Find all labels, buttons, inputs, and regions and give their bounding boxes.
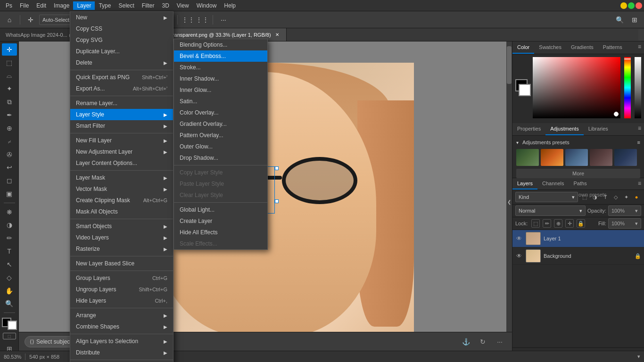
menu-layer-export-as[interactable]: Export As... Alt+Shift+Ctrl+' <box>70 83 173 94</box>
menu-3d[interactable]: 3D <box>158 1 173 10</box>
submenu-inner-shadow[interactable]: Inner Shadow... <box>174 73 267 84</box>
background-color[interactable] <box>8 321 17 330</box>
tool-pen[interactable]: ✏ <box>2 232 17 244</box>
submenu-drop-shadow[interactable]: Drop Shadow... <box>174 152 267 164</box>
adj-preset-5[interactable] <box>614 149 637 166</box>
menu-ungroup-layers[interactable]: Ungroup Layers Shift+Ctrl+G <box>70 284 173 295</box>
more-bottom-btn[interactable]: ··· <box>493 335 506 348</box>
tab-swatches[interactable]: Swatches <box>534 41 566 54</box>
menu-type[interactable]: Type <box>95 1 115 10</box>
layer-row-layer1[interactable]: 👁 Layer 1 <box>512 230 644 247</box>
tool-path-select[interactable]: ↖ <box>2 258 17 271</box>
menu-layer-quick-export[interactable]: Quick Export as PNG Shift+Ctrl+' <box>70 72 173 83</box>
submenu-outer-glow[interactable]: Outer Glow... <box>174 141 267 152</box>
menu-layer-delete[interactable]: Delete ▶ <box>70 57 173 68</box>
submenu-satin[interactable]: Satin... <box>174 96 267 107</box>
workspace-button[interactable]: ⊞ <box>629 14 640 25</box>
menu-view[interactable]: View <box>173 1 193 10</box>
menu-smart-filter[interactable]: Smart Filter ▶ <box>70 120 173 132</box>
adj-list-view-icon[interactable]: ≡ <box>637 140 640 145</box>
lock-all-btn[interactable]: 🔒 <box>577 219 585 228</box>
adj-preset-4[interactable] <box>590 149 612 166</box>
lock-paint-btn[interactable]: ✏ <box>543 219 551 228</box>
adj-more-button[interactable]: More <box>516 169 640 178</box>
menu-new-adj-layer[interactable]: New Adjustment Layer ▶ <box>70 146 173 157</box>
blend-mode-dropdown[interactable]: Normal ▾ <box>515 206 586 216</box>
submenu-inner-glow[interactable]: Inner Glow... <box>174 84 267 96</box>
menu-layer-content-options[interactable]: Layer Content Options... <box>70 157 173 169</box>
menu-layer-copy-svg[interactable]: Copy SVG <box>70 34 173 46</box>
menu-filter[interactable]: Filter <box>138 1 158 10</box>
quick-mask-btn[interactable]: ⬚ <box>3 333 16 339</box>
lock-transparent-btn[interactable]: ⬚ <box>531 219 540 228</box>
filter-shape-icon[interactable]: ◇ <box>611 192 620 202</box>
layers-panel-options[interactable]: ≡ <box>635 178 644 189</box>
tool-hand[interactable]: ✋ <box>2 285 17 297</box>
close-button[interactable] <box>636 2 642 9</box>
lock-artboard-btn[interactable]: ⊕ <box>554 219 562 228</box>
submenu-hide-all-effects[interactable]: Hide All Effects <box>174 227 267 238</box>
menu-layer[interactable]: Layer <box>73 1 95 10</box>
menu-edit[interactable]: Edit <box>33 1 50 10</box>
menu-distribute[interactable]: Distribute ▶ <box>70 347 173 358</box>
hue-bar[interactable] <box>624 57 631 118</box>
submenu-clear-layer-style[interactable]: Clear Layer Style <box>174 189 267 201</box>
color-spectrum[interactable] <box>533 57 620 118</box>
tab-properties[interactable]: Properties <box>512 123 545 135</box>
tab-layers[interactable]: Layers <box>512 178 537 189</box>
fill-dropdown[interactable]: 100% ▾ <box>608 218 641 229</box>
tool-brush[interactable]: ⌿ <box>2 135 17 148</box>
tab-libraries[interactable]: Libraries <box>584 123 613 135</box>
menu-file[interactable]: File <box>16 1 33 10</box>
tool-crop[interactable]: ⧉ <box>2 96 17 108</box>
opacity-dropdown[interactable]: 100% ▾ <box>608 206 641 216</box>
menu-align-to-selection[interactable]: Align Layers to Selection ▶ <box>70 336 173 347</box>
tool-lasso[interactable]: ⌓ <box>2 70 17 82</box>
tool-text[interactable]: T <box>2 245 17 257</box>
tool-zoom[interactable]: 🔍 <box>2 298 17 310</box>
submenu-scale-effects[interactable]: Scale Effects... <box>174 238 267 249</box>
rotation-icon-btn[interactable]: ↻ <box>476 335 489 348</box>
tool-quick-select[interactable]: ✦ <box>2 82 17 95</box>
tab-adjustments[interactable]: Adjustments <box>545 123 584 135</box>
filter-smart-icon[interactable]: ✦ <box>621 192 631 202</box>
tab-paths[interactable]: Paths <box>569 178 592 189</box>
restore-button[interactable] <box>628 2 635 9</box>
anchor-icon-btn[interactable]: ⚓ <box>459 335 472 348</box>
filter-pixel-icon[interactable]: ⬚ <box>580 192 589 202</box>
select-subject-btn[interactable]: ⟨⟩ Select subject <box>25 336 77 347</box>
submenu-create-layer[interactable]: Create Layer <box>174 215 267 227</box>
layer-visibility-1[interactable]: 👁 <box>515 235 523 242</box>
menu-hide-layers[interactable]: Hide Layers Ctrl+, <box>70 295 173 306</box>
submenu-paste-layer-style[interactable]: Paste Layer Style <box>174 178 267 189</box>
menu-new-fill-layer[interactable]: New Fill Layer ▶ <box>70 135 173 146</box>
tab-gradients[interactable]: Gradients <box>566 41 598 54</box>
menu-layer-mask[interactable]: Layer Mask ▶ <box>70 172 173 183</box>
menu-combine-shapes[interactable]: Combine Shapes ▶ <box>70 321 173 332</box>
tab-color[interactable]: Color <box>512 41 534 54</box>
more-toolbar-options[interactable]: ··· <box>218 14 229 25</box>
menu-window[interactable]: Window <box>193 1 221 10</box>
adj-presets-title[interactable]: ▾ Adjustments presets ≡ <box>516 140 640 145</box>
menu-image[interactable]: Image <box>50 1 73 10</box>
distribute-h-icon[interactable]: ⋮⋮ <box>182 14 194 25</box>
submenu-stroke[interactable]: Stroke... <box>174 62 267 73</box>
menu-layer-duplicate[interactable]: Duplicate Layer... <box>70 46 173 57</box>
tool-gradient[interactable]: ▣ <box>2 188 17 200</box>
filter-text-icon[interactable]: T <box>601 192 610 202</box>
layer-kind-dropdown[interactable]: Kind ▾ <box>515 192 578 202</box>
menu-new-layer-slice[interactable]: New Layer Based Slice <box>70 258 173 269</box>
menu-video-layers[interactable]: Video Layers ▶ <box>70 232 173 243</box>
tool-healing[interactable]: ⊕ <box>2 122 17 134</box>
menu-smart-objects[interactable]: Smart Objects ▶ <box>70 221 173 232</box>
minimize-button[interactable] <box>620 2 627 9</box>
lock-move-btn[interactable]: ✛ <box>565 219 574 228</box>
tool-blur[interactable]: ❋ <box>2 206 17 218</box>
tool-move[interactable]: ✛ <box>2 43 17 56</box>
adj-panel-options[interactable]: ≡ <box>635 123 644 135</box>
menu-rasterize[interactable]: Rasterize ▶ <box>70 243 173 255</box>
layer-visibility-bg[interactable]: 👁 <box>515 252 523 260</box>
filter-adj-icon[interactable]: ◑ <box>590 192 600 202</box>
tab-glasses-close[interactable]: ✕ <box>274 32 281 38</box>
menu-layer-style[interactable]: Layer Style ▶ <box>70 109 173 120</box>
